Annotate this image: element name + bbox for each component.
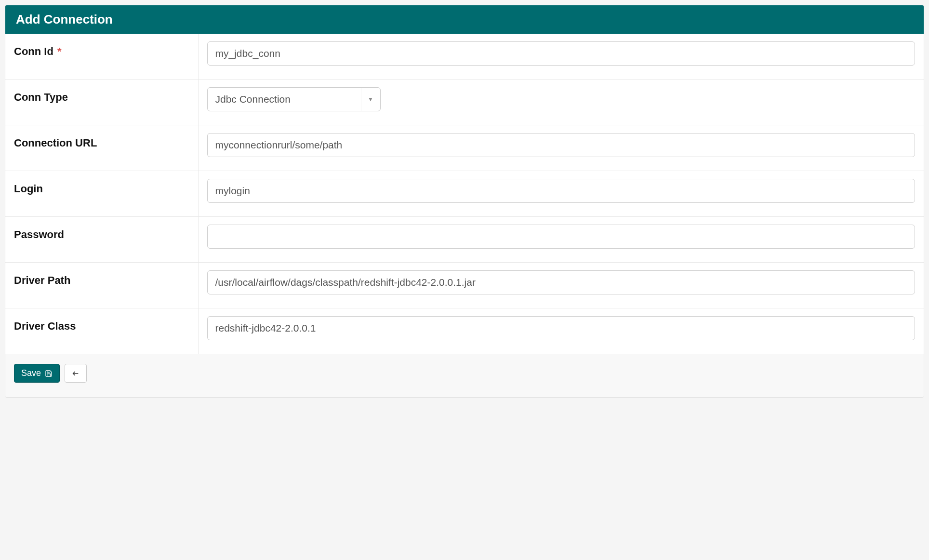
row-connection-url: Connection URL [5,125,924,171]
row-driver-path: Driver Path [5,263,924,308]
row-driver-class: Driver Class [5,308,924,354]
add-connection-panel: Add Connection Conn Id * Conn Type Jdbc … [5,5,924,398]
label-driver-class: Driver Class [5,308,198,354]
save-button-label: Save [21,368,41,378]
conn-type-selected: Jdbc Connection [208,88,361,111]
conn-id-input[interactable] [207,41,916,66]
login-input[interactable] [207,179,916,203]
label-conn-id: Conn Id * [5,34,198,80]
driver-path-input[interactable] [207,270,916,294]
row-conn-id: Conn Id * [5,34,924,80]
panel-footer: Save [5,354,924,397]
form-table: Conn Id * Conn Type Jdbc Connection ▼ Co… [5,34,924,354]
label-driver-path: Driver Path [5,263,198,308]
required-star-icon: * [57,45,62,57]
back-button[interactable] [65,364,87,383]
label-login: Login [5,171,198,217]
label-conn-id-text: Conn Id [14,45,53,57]
save-icon [45,370,53,377]
connection-url-input[interactable] [207,133,916,157]
driver-class-input[interactable] [207,316,916,340]
arrow-left-icon [72,370,80,377]
label-connection-url: Connection URL [5,125,198,171]
label-password: Password [5,217,198,263]
row-conn-type: Conn Type Jdbc Connection ▼ [5,80,924,125]
row-login: Login [5,171,924,217]
conn-type-select[interactable]: Jdbc Connection ▼ [207,87,381,111]
save-button[interactable]: Save [14,364,60,383]
panel-title: Add Connection [5,5,924,34]
password-input[interactable] [207,225,916,249]
label-conn-type: Conn Type [5,80,198,125]
row-password: Password [5,217,924,263]
chevron-down-icon: ▼ [361,88,380,111]
